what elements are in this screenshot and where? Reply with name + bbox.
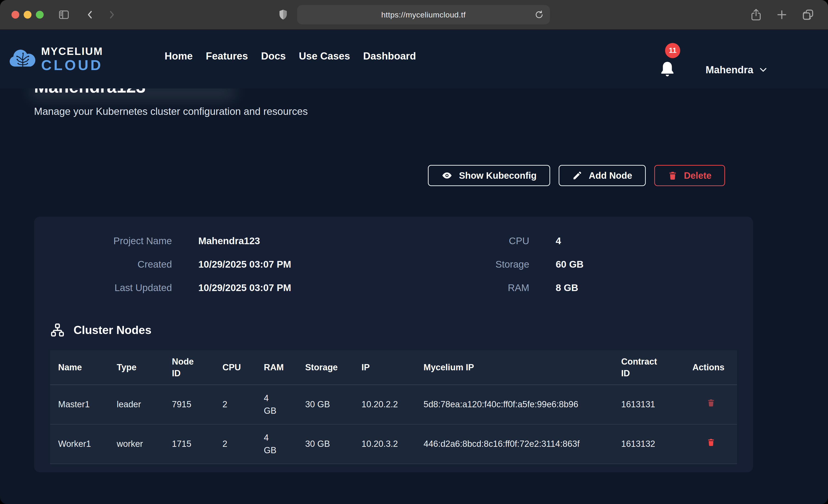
delete-node-button[interactable] [693,397,715,408]
navbar-right: 11 Mahendra [659,60,767,79]
nav-link-use-cases[interactable]: Use Cases [299,50,350,62]
window-minimize-button[interactable] [24,11,32,18]
column-header-storage: Storage [305,350,362,384]
delete-node-button[interactable] [693,437,715,447]
refresh-icon[interactable] [534,9,544,20]
cluster-nodes-table: Name Type Node ID CPU RAM Storage IP Myc… [50,350,737,464]
main-content: Mahendra123 Manage your Kubernetes clust… [0,77,828,472]
column-header-name: Name [50,350,117,384]
cell-mycelium-ip: 5d8:78ea:a120:f40c:ff0f:a5fe:99e6:8b96 [423,385,621,424]
window-zoom-button[interactable] [36,11,44,18]
window-close-button[interactable] [11,11,19,18]
table-row: Master1 leader 7915 2 4 GB 30 GB 10.20.2… [50,385,737,424]
back-button[interactable] [85,8,95,21]
user-menu[interactable]: Mahendra [705,64,767,76]
column-header-mycelium-ip: Mycelium IP [423,350,621,384]
cell-cpu: 2 [222,385,264,424]
overview-label: Created [50,259,172,270]
cell-ip: 10.20.2.2 [362,385,423,424]
cell-type: worker [117,424,172,464]
cell-name: Worker1 [50,424,117,464]
notifications-bell-icon[interactable]: 11 [659,60,676,79]
column-header-type: Type [117,350,172,384]
cluster-actions-row: Show Kubeconfig Add Node Delete [0,165,725,186]
new-tab-icon[interactable] [776,8,788,21]
eye-icon [442,170,453,181]
cell-ip: 10.20.3.2 [362,424,423,464]
nav-link-features[interactable]: Features [206,50,248,62]
cell-contract-id: 1613132 [621,424,693,464]
cell-node-id: 1715 [172,424,222,464]
delete-cluster-button[interactable]: Delete [654,165,725,186]
notification-badge: 11 [665,43,680,58]
browser-window: https://myceliumcloud.tf [0,0,828,504]
cell-ram: 4 GB [264,385,305,424]
overview-label: Last Updated [50,282,172,293]
pencil-icon [572,170,582,180]
nav-link-home[interactable]: Home [165,50,193,62]
cell-type: leader [117,385,172,424]
sidebar-toggle-icon[interactable] [57,9,70,21]
brand-line1: MYCELIUM [41,46,103,56]
url-text: https://myceliumcloud.tf [381,10,466,19]
show-kubeconfig-button[interactable]: Show Kubeconfig [428,165,550,186]
overview-label: CPU [405,236,529,247]
cell-cpu: 2 [222,424,264,464]
created-value: 10/29/2025 03:07 PM [198,259,405,270]
cell-contract-id: 1613131 [621,385,693,424]
cell-storage: 30 GB [305,424,362,464]
brand-line2: CLOUD [41,58,103,72]
column-header-node-id: Node ID [172,350,222,384]
brand-logo[interactable]: MYCELIUM CLOUD [8,46,103,72]
cell-ram: 4 GB [264,424,305,464]
chevron-down-icon [759,67,767,73]
toolbar-right-actions [750,8,815,22]
trash-icon [668,170,677,180]
url-bar[interactable]: https://myceliumcloud.tf [297,5,550,24]
trash-icon [707,437,715,447]
storage-value: 60 GB [556,259,737,270]
browser-toolbar: https://myceliumcloud.tf [0,0,828,30]
username: Mahendra [705,64,753,76]
cell-mycelium-ip: 446:d2a6:8bcd:8c16:ff0f:72e2:3114:863f [423,424,621,464]
tab-overview-icon[interactable] [801,8,815,21]
column-header-ram: RAM [264,350,305,384]
cell-actions [693,385,737,424]
cell-node-id: 7915 [172,385,222,424]
column-header-contract-id: Contract ID [621,350,693,384]
cpu-value: 4 [556,236,737,247]
cell-storage: 30 GB [305,385,362,424]
overview-grid: Project Name Mahendra123 Created 10/29/2… [50,236,737,293]
address-bar-area: https://myceliumcloud.tf [278,5,550,24]
overview-label: Project Name [50,236,172,247]
overview-label: Storage [405,259,529,270]
nav-link-docs[interactable]: Docs [261,50,286,62]
add-node-button[interactable]: Add Node [558,165,646,186]
cluster-overview-card: Project Name Mahendra123 Created 10/29/2… [34,217,753,472]
traffic-lights [0,11,44,18]
nav-links: Home Features Docs Use Cases Dashboard [165,50,416,62]
table-row: Worker1 worker 1715 2 4 GB 30 GB 10.20.3… [50,424,737,464]
cell-name: Master1 [50,385,117,424]
page-subtitle: Manage your Kubernetes cluster configura… [34,106,828,117]
mycelium-cloud-logo-icon [8,47,37,71]
cell-actions [693,424,737,464]
column-header-cpu: CPU [222,350,264,384]
privacy-shield-icon[interactable] [278,9,288,21]
trash-icon [707,397,715,408]
table-header-row: Name Type Node ID CPU RAM Storage IP Myc… [50,350,737,384]
nav-link-dashboard[interactable]: Dashboard [363,50,416,62]
cluster-nodes-heading: Cluster Nodes [50,323,737,337]
last-updated-value: 10/29/2025 03:07 PM [198,282,405,293]
cluster-sitemap-icon [50,323,65,337]
overview-label: RAM [405,282,529,293]
forward-button[interactable] [106,8,117,21]
column-header-actions: Actions [693,350,737,384]
column-header-ip: IP [362,350,423,384]
share-icon[interactable] [750,8,762,22]
ram-value: 8 GB [556,282,737,293]
site-navbar: MYCELIUM CLOUD Home Features Docs Use Ca… [0,30,828,88]
project-name-value: Mahendra123 [198,236,405,247]
